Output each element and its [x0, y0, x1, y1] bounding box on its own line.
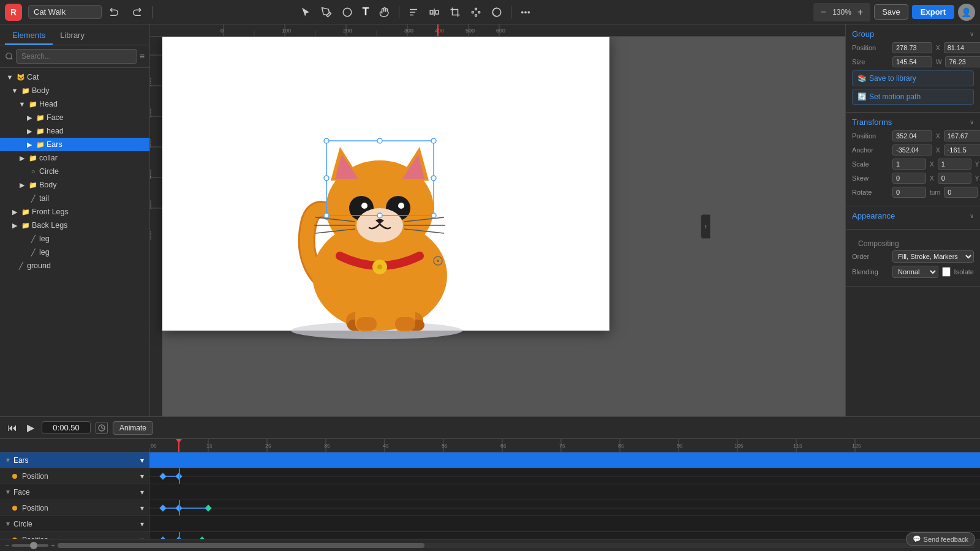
- scale-y[interactable]: [938, 159, 971, 170]
- anchor-row: Anchor X Y: [852, 144, 974, 156]
- tree-item-head-item[interactable]: ▶ 📁 head: [0, 124, 149, 138]
- track-row-face-pos: Position ▾: [0, 500, 980, 516]
- top-toolbar: R T: [0, 0, 980, 24]
- tab-elements[interactable]: Elements: [5, 27, 53, 45]
- project-title[interactable]: [28, 5, 102, 19]
- zoom-minus-btn[interactable]: −: [817, 4, 830, 20]
- cat-svg: [260, 86, 505, 343]
- tree-item-face[interactable]: ▶ 📁 Face: [0, 111, 149, 124]
- save-button[interactable]: Save: [874, 4, 908, 20]
- tree-item-front-legs[interactable]: ▶ 📁 Front Legs: [0, 205, 149, 219]
- main-canvas[interactable]: [162, 37, 609, 331]
- tl-zoom-thumb[interactable]: [30, 542, 37, 549]
- time-display[interactable]: 0:00.50: [42, 421, 91, 434]
- track-expand-face[interactable]: ▾: [140, 488, 144, 497]
- t-pos-label: Position: [852, 132, 889, 140]
- save-to-library-btn[interactable]: 📚 Save to library: [852, 70, 974, 86]
- tree-chevron: ▼: [17, 99, 27, 109]
- track-label-ears-pos[interactable]: Position ▾: [0, 468, 149, 484]
- blend-select[interactable]: Normal: [892, 266, 938, 278]
- scale-x[interactable]: [892, 159, 926, 170]
- svg-text:600: 600: [150, 231, 153, 240]
- tree-item-circle[interactable]: ○ Circle: [0, 165, 149, 178]
- track-expand[interactable]: ▾: [140, 472, 144, 481]
- node-tool[interactable]: [467, 4, 485, 20]
- tl-scroll-track[interactable]: [58, 543, 975, 548]
- path-icon: ╱: [28, 234, 38, 244]
- tree-label: Back Legs: [32, 221, 147, 230]
- rotate-deg[interactable]: [944, 187, 978, 198]
- t-pos-y[interactable]: [944, 130, 980, 141]
- set-motion-path-btn[interactable]: 🔄 Set motion path: [852, 89, 974, 105]
- select-tool[interactable]: [296, 4, 315, 20]
- tree-item-leg1[interactable]: ╱ leg: [0, 232, 149, 246]
- size-h-input[interactable]: [945, 56, 980, 67]
- feedback-button[interactable]: 💬 Send feedback: [906, 532, 975, 546]
- tab-library[interactable]: Library: [53, 27, 92, 45]
- zoom-plus-btn[interactable]: +: [854, 4, 867, 20]
- track-label-circle[interactable]: ▼ Circle ▾: [0, 516, 149, 531]
- user-avatar[interactable]: 👤: [958, 4, 975, 21]
- size-w-input[interactable]: [892, 56, 932, 67]
- undo-button[interactable]: [105, 4, 124, 20]
- pen-tool[interactable]: [317, 4, 336, 20]
- play-button[interactable]: ▶: [24, 421, 37, 435]
- skew-x[interactable]: [892, 173, 926, 184]
- right-panel-toggle[interactable]: ›: [701, 214, 710, 239]
- tree-item-collar[interactable]: ▶ 📁 collar: [0, 151, 149, 165]
- color-tool[interactable]: [488, 4, 506, 20]
- hand-tool[interactable]: [375, 4, 394, 20]
- align-tool[interactable]: [404, 4, 423, 20]
- anchor-y[interactable]: [944, 144, 980, 156]
- tree-item-back-legs[interactable]: ▶ 📁 Back Legs: [0, 219, 149, 232]
- skew-y[interactable]: [938, 173, 971, 184]
- track-label-ears[interactable]: ▼ Ears ▾: [0, 452, 149, 468]
- export-button[interactable]: Export: [912, 5, 954, 19]
- svg-point-13: [524, 11, 526, 12]
- tl-scroll-thumb[interactable]: [58, 543, 424, 548]
- redo-button[interactable]: [127, 4, 146, 20]
- transforms-collapse[interactable]: ∨: [970, 119, 974, 126]
- tree-item-ground[interactable]: ╱ ground: [0, 259, 149, 272]
- tl-zoom-plus[interactable]: +: [51, 541, 55, 550]
- canvas-area: 0 100 200 300 400 500 600: [150, 24, 845, 416]
- animate-button[interactable]: Animate: [113, 421, 153, 435]
- appearance-collapse[interactable]: ∨: [970, 212, 974, 219]
- anchor-x[interactable]: [892, 144, 932, 156]
- tree-item-body-inner[interactable]: ▶ 📁 Body: [0, 178, 149, 192]
- track-expand[interactable]: ▾: [140, 536, 144, 539]
- tree-item-head[interactable]: ▼ 📁 Head: [0, 97, 149, 111]
- crop-tool[interactable]: [446, 4, 464, 20]
- pos-x-input[interactable]: [892, 42, 932, 53]
- track-expand-ears[interactable]: ▾: [140, 456, 144, 465]
- text-tool[interactable]: T: [359, 3, 373, 21]
- tree-item-ears[interactable]: ▶ 📁 Ears: [0, 138, 149, 151]
- timeline-controls: ⏮ ▶ 0:00.50 Animate: [0, 417, 980, 439]
- track-label-face[interactable]: ▼ Face ▾: [0, 484, 149, 500]
- more-tools[interactable]: [516, 4, 535, 20]
- frame-step-btn[interactable]: [96, 422, 108, 434]
- t-pos-x[interactable]: [892, 130, 932, 141]
- pos-y-input[interactable]: [944, 42, 980, 53]
- tl-zoom-slider[interactable]: [12, 544, 48, 547]
- shape-tool[interactable]: [338, 4, 356, 20]
- track-label-face-pos[interactable]: Position ▾: [0, 500, 149, 515]
- tree-item-leg2[interactable]: ╱ leg: [0, 246, 149, 259]
- svg-rect-58: [395, 317, 415, 331]
- list-view-toggle[interactable]: ≡: [140, 51, 145, 61]
- rewind-button[interactable]: ⏮: [5, 421, 20, 435]
- group-collapse[interactable]: ∨: [970, 31, 974, 37]
- track-expand[interactable]: ▾: [140, 504, 144, 512]
- rotate-turn[interactable]: [892, 187, 926, 198]
- tree-item-body-group[interactable]: ▼ 📁 Body: [0, 84, 149, 97]
- track-expand-circle[interactable]: ▾: [140, 520, 144, 528]
- tl-zoom-minus[interactable]: −: [5, 541, 9, 550]
- tree-item-tail[interactable]: ╱ tail: [0, 192, 149, 205]
- search-input[interactable]: [16, 49, 137, 64]
- track-label-circle-pos[interactable]: Position ▾: [0, 532, 149, 539]
- panel-tabs: Elements Library: [0, 24, 149, 45]
- order-select[interactable]: Fill, Stroke, Markers: [892, 250, 974, 263]
- distribute-tool[interactable]: [425, 4, 443, 20]
- tree-item-cat[interactable]: ▼ 🐱 Cat: [0, 70, 149, 84]
- isolate-swatch[interactable]: [942, 267, 950, 277]
